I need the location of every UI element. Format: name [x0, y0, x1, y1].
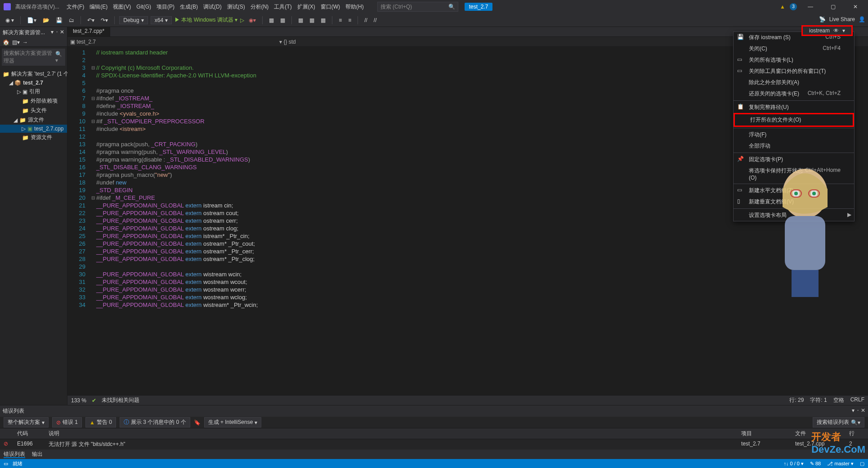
context-menu-item[interactable]: 还原关闭的选项卡(E)Ctrl+K, Ctrl+Z [734, 88, 854, 99]
changes-indicator[interactable]: ↑↓ 0 / 0 ▾ [783, 461, 804, 467]
solution-search-input[interactable]: 搜索解决方案资源管理器🔍▾ [2, 49, 65, 66]
menu-item[interactable]: 文件(F) [64, 4, 87, 10]
scope-combo[interactable]: 整个解决方案 ▾ [4, 417, 49, 428]
context-menu-item[interactable]: ▭关闭所有选项卡(L) [734, 54, 854, 66]
messages-filter[interactable]: ⓘ 展示 3 个消息中的 0 个 [120, 417, 190, 428]
context-menu-item[interactable]: 设置选项卡布局▶ [734, 210, 854, 221]
cpp-file-node[interactable]: ▷ ▣ test_2.7.cpp [0, 125, 67, 133]
new-icon[interactable]: 📄▾ [25, 17, 38, 23]
context-menu-item[interactable]: 关闭(C)Ctrl+F4 [734, 43, 854, 54]
sources-node[interactable]: ◢ 📁 源文件 [0, 115, 67, 125]
context-menu-item[interactable]: ▯新建垂直文档组(V) [734, 196, 854, 207]
ext-deps-node[interactable]: 📁 外部依赖项 [0, 96, 67, 106]
add-control[interactable]: ▢ [860, 461, 864, 467]
run-button[interactable]: ▶ 本地 Windows 调试器 ▾ [174, 16, 237, 24]
tool-icon[interactable]: → [22, 39, 28, 45]
panel-controls[interactable]: ▾ ⬞ ✕ [852, 407, 865, 415]
live-share-icon[interactable]: 📡 [819, 16, 826, 22]
filter-icon[interactable]: 🔖 [194, 419, 201, 426]
maximize-button[interactable]: ▢ [824, 4, 842, 10]
member-combo[interactable]: ▾ {} std [279, 39, 296, 45]
uncomment-icon[interactable]: // [372, 17, 379, 23]
line-ending-indicator[interactable]: CRLF [850, 396, 864, 404]
indent-icon[interactable]: ≡ [337, 17, 344, 23]
menu-item[interactable]: 生成(B) [177, 4, 201, 10]
chevron-down-icon[interactable]: ▾ [842, 27, 845, 34]
context-menu-item[interactable]: 除此之外全部关闭(A) [734, 77, 854, 88]
zoom-level[interactable]: 133 % [71, 397, 86, 404]
tool-icon[interactable]: ▦ [308, 17, 316, 23]
menu-item[interactable]: 窗口(W) [318, 4, 343, 10]
menu-item[interactable]: 调试(D) [201, 4, 224, 10]
tool-icon[interactable]: ▤▾ [12, 39, 20, 45]
col-code[interactable]: 代码 [13, 428, 45, 439]
undo-icon[interactable]: ↶▾ [85, 17, 96, 23]
save-icon[interactable]: 💾 [54, 17, 64, 23]
warnings-filter[interactable]: ▲ 警告 0 [85, 417, 116, 428]
config-combo[interactable]: Debug▾ [119, 16, 148, 24]
context-menu-item[interactable]: 浮动(F) [734, 129, 854, 140]
output-icon[interactable]: ▭ [4, 461, 8, 467]
col-indicator[interactable]: 字符: 1 [810, 396, 827, 404]
error-search-input[interactable]: 搜索错误列表 🔍▾ [813, 417, 864, 428]
context-menu-item[interactable]: 全部浮动 [734, 140, 854, 152]
context-menu-item[interactable]: ▭关闭除工具窗口外的所有窗口(T) [734, 66, 854, 77]
menu-item[interactable]: 测试(S) [224, 4, 248, 10]
platform-combo[interactable]: x64▾ [151, 16, 172, 24]
line-indicator[interactable]: 行: 29 [789, 396, 804, 404]
context-menu-item[interactable]: 打开所在的文件夹(O) [734, 113, 854, 127]
menu-item[interactable]: 分析(N) [248, 4, 272, 10]
tool-icon[interactable]: ▦ [278, 17, 287, 23]
project-node[interactable]: ◢ 📦 test_2.7 [0, 79, 67, 87]
file-tab[interactable]: test_2.7.cpp* [67, 27, 110, 36]
run-nodebug-icon[interactable]: ▷ [240, 17, 244, 23]
menu-item[interactable]: Git(G) [134, 4, 154, 10]
iostream-tab-highlighted[interactable]: iostream 👁 ▾ [801, 25, 853, 36]
context-menu-item[interactable]: 📌固定选项卡(P) [734, 154, 854, 165]
tool-icon[interactable]: ▦ [267, 17, 276, 23]
error-row[interactable]: ⊘ E1696 无法打开 源 文件 "bits/stdc++.h" test_2… [0, 439, 868, 450]
context-menu-item[interactable]: 将选项卡保持打开状态(O)Ctrl+Alt+Home [734, 165, 854, 183]
menu-item[interactable]: 视图(V) [110, 4, 134, 10]
col-desc[interactable]: 说明 [45, 428, 738, 439]
project-pill[interactable]: test_2.7 [465, 3, 493, 11]
menu-item[interactable]: 项目(P) [154, 4, 177, 10]
comment-icon[interactable]: // [362, 17, 369, 23]
preview-icon[interactable]: 👁 [833, 27, 839, 34]
menu-item[interactable]: 编辑(E) [87, 4, 110, 10]
notification-badge[interactable]: 3 [790, 3, 797, 10]
pin-icon[interactable]: ▾ ⬞ ✕ [51, 29, 64, 35]
account-icon[interactable]: 👤 [859, 16, 865, 22]
tool-icon[interactable]: ▦ [319, 17, 327, 23]
global-search-input[interactable]: 搜索 (Ctrl+Q) 🔍 [377, 2, 458, 12]
branch-indicator[interactable]: ⎇ master ▾ [827, 461, 854, 467]
scope-combo[interactable]: ▣ test_2.7 [70, 39, 96, 45]
warning-icon[interactable]: ▲ [780, 4, 785, 10]
whitespace-indicator[interactable]: 空格 [833, 396, 844, 404]
menu-item[interactable]: 帮助(H) [343, 4, 367, 10]
fold-column[interactable]: ⊟⊟⊟⊟ [90, 47, 96, 395]
tool-icon[interactable]: ▦ [296, 17, 305, 23]
headers-node[interactable]: 📁 头文件 [0, 106, 67, 115]
nav-back-icon[interactable]: ◉ ▾ [4, 17, 16, 23]
references-node[interactable]: ▷ ▣ 引用 [0, 87, 67, 96]
resources-node[interactable]: 📁 资源文件 [0, 133, 67, 142]
intellisense-combo[interactable]: 生成 + IntelliSense ▾ [204, 417, 262, 428]
minimize-button[interactable]: — [801, 4, 819, 10]
outdent-icon[interactable]: ≡ [346, 17, 353, 23]
redo-icon[interactable]: ↷▾ [99, 17, 110, 23]
save-all-icon[interactable]: 🗂 [67, 17, 76, 23]
live-share-button[interactable]: Live Share [829, 16, 855, 22]
tab-output[interactable]: 输出 [32, 451, 43, 457]
solution-root[interactable]: 📁 解决方案 'test_2.7' (1 个 [0, 69, 67, 79]
context-menu-item[interactable]: 📋复制完整路径(U) [734, 102, 854, 113]
col-proj[interactable]: 项目 [738, 428, 792, 439]
context-menu-item[interactable]: ▭新建水平文档组(Z) [734, 185, 854, 196]
errors-filter[interactable]: ⊘ 错误 1 [52, 417, 82, 428]
hot-reload-icon[interactable]: ◉▾ [247, 17, 258, 23]
tab-errors[interactable]: 错误列表 [4, 451, 25, 458]
menu-item[interactable]: 工具(T) [271, 4, 294, 10]
close-button[interactable]: ✕ [846, 4, 864, 10]
menu-item[interactable]: 扩展(X) [295, 4, 318, 10]
open-icon[interactable]: 📂 [41, 17, 51, 23]
